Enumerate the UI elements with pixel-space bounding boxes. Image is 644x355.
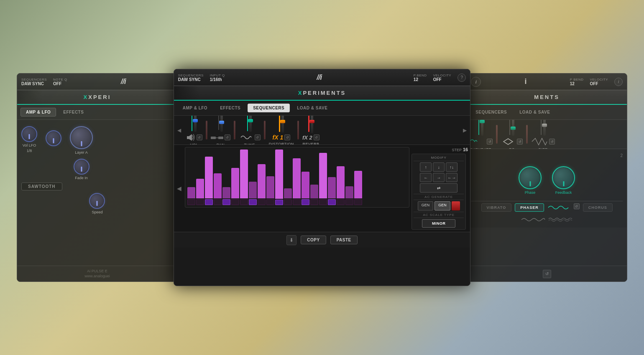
center-pbend-value[interactable]: 12 [414, 77, 427, 82]
vibrato-tab[interactable]: VIBRATO [481, 203, 512, 212]
center-vel-value[interactable]: OFF [433, 77, 452, 82]
scale-minor-btn[interactable]: MINOR [422, 219, 455, 228]
fade-in-label: Fade In [75, 176, 88, 180]
gen-btn[interactable]: GEN [418, 201, 434, 210]
right-pbend-group: P BEND 12 [570, 78, 584, 86]
center-tabs: AMP & LFO EFFECTS SEQUENCERS LOAD & SAVE [174, 101, 470, 116]
tab-sequencers-right[interactable]: SEQUENCERS [470, 108, 512, 117]
distortion-icon: fX 1 [273, 134, 284, 141]
modify-down[interactable]: ↓ [433, 162, 445, 172]
move-left[interactable]: ← [420, 173, 432, 182]
speaker-icon [186, 133, 195, 142]
help-button[interactable]: ? [457, 74, 466, 82]
chorus-tab[interactable]: CHORUS [583, 203, 613, 212]
tab-amp-lfo-left[interactable]: AMP & LFO [20, 108, 56, 117]
modify-up[interactable]: ↑ [420, 162, 432, 172]
effects-left-arrow[interactable]: ◀ [176, 116, 183, 145]
phase-knob-container: Phase [519, 166, 542, 195]
modify-updown[interactable]: ↑↓ [446, 162, 457, 172]
center-inputq-value[interactable]: 1/16th [210, 77, 225, 82]
left-tabs: AMP & LFO EFFECTS [17, 105, 177, 120]
bite-reset[interactable]: ↺ [549, 139, 555, 145]
shuffle-row: ⇄ [414, 183, 464, 193]
right-help-button[interactable]: i [614, 78, 623, 86]
speed-label: Speed [92, 210, 102, 214]
right-panel: i i P BEND 12 VELOCITY OFF i MENTS SEQUE… [466, 73, 627, 282]
divider1 [206, 121, 207, 139]
paste-button[interactable]: PASTE [330, 236, 358, 244]
seq-left-arrow[interactable]: ◀ [176, 147, 183, 230]
shuffle-btn[interactable]: ⇄ [420, 183, 457, 193]
effect-eq: ↺ EQ [501, 120, 523, 149]
pan-reset[interactable]: ↺ [225, 134, 230, 140]
left-title-bar: XXPERI [17, 90, 177, 105]
right-divider2 [526, 125, 528, 144]
waveform-label: SAWTOOTH [21, 183, 62, 190]
svg-marker-1 [189, 134, 192, 141]
tab-sequencers-center[interactable]: SEQUENCERS [248, 104, 290, 112]
speed-knob[interactable] [89, 193, 105, 209]
tab-amp-lfo-center[interactable]: AMP & LFO [177, 104, 213, 112]
center-panel: SEQUENCERS DAW SYNC INPUT Q 1/16th //i P… [174, 69, 470, 286]
saturate-reset[interactable]: ↺ [487, 139, 493, 145]
extra-knob-left[interactable] [46, 130, 61, 146]
left-noteq-value[interactable]: OFF [53, 81, 67, 86]
tab-loadsave-right[interactable]: LOAD & SAVE [514, 108, 555, 117]
tab-loadsave-center[interactable]: LOAD & SAVE [291, 104, 333, 112]
vibrato-display [471, 216, 623, 223]
right-header: i i P BEND 12 VELOCITY OFF i [467, 74, 627, 90]
phase-knob[interactable] [519, 166, 542, 189]
seq-grid [185, 147, 409, 208]
vol-reset[interactable]: ↺ [197, 134, 202, 140]
vol-lfo-knob[interactable] [21, 126, 37, 142]
phaser-wave-display [547, 204, 570, 211]
distortion-reset[interactable]: ↺ [284, 134, 290, 140]
tab-effects-left[interactable]: EFFECTS [58, 108, 89, 117]
effect-vol: ↺ VOL [186, 116, 202, 145]
right-bottom: ↺ [467, 266, 627, 281]
right-title: MENTS [534, 94, 560, 100]
eq-reset[interactable]: ↺ [517, 139, 523, 145]
phaser-reset[interactable]: ↺ [574, 203, 580, 209]
vol-lfo-value: 1/8 [27, 149, 32, 153]
tune-icon [239, 133, 253, 142]
center-inputq-label: INPUT Q [210, 74, 225, 77]
effect-saturate: ↺ SATURATE [469, 120, 493, 149]
right-pbend-value[interactable]: 12 [570, 81, 584, 86]
left-daw-sync[interactable]: DAW SYNC [21, 81, 47, 86]
left-logo-text: //i [121, 77, 126, 86]
move-arrows-row: ← → ←→ [414, 173, 464, 182]
tab-effects-center[interactable]: EFFECTS [215, 104, 246, 112]
gen-active-btn[interactable]: GEN [434, 201, 450, 210]
step-label: STEP [452, 148, 462, 152]
phase-label: Phase [525, 190, 536, 195]
left-bottom: Ai PULSE E www.analoguei [17, 266, 177, 281]
reverb-reset[interactable]: ↺ [314, 134, 319, 140]
move-right[interactable]: → [433, 173, 445, 182]
effects-right-arrow[interactable]: ▶ [461, 116, 468, 145]
center-effects-row: ◀ ↺ VOL [174, 116, 470, 145]
layer-a-knob[interactable] [70, 126, 93, 149]
tune-reset[interactable]: ↺ [255, 134, 261, 140]
vol-lfo-label: Vol LFO [23, 143, 36, 147]
center-daw-sync[interactable]: DAW SYNC [178, 77, 204, 82]
copy-button[interactable]: COPY [301, 236, 326, 244]
feedback-knob[interactable] [552, 166, 575, 189]
right-divider1 [496, 125, 498, 144]
right-bottom-icon[interactable]: ↺ [543, 270, 551, 278]
modify-title: MODIFY [414, 156, 464, 161]
right-logo-icon: i [471, 77, 481, 87]
phaser-tab[interactable]: PHASER [515, 203, 544, 212]
bite-wave-icon [531, 137, 548, 146]
right-vel-value[interactable]: OFF [590, 81, 608, 86]
center-seq-group: SEQUENCERS DAW SYNC [178, 74, 204, 82]
center-seq-label: SEQUENCERS [178, 74, 204, 77]
move-leftright[interactable]: ←→ [446, 173, 457, 182]
fade-in-knob[interactable] [74, 159, 89, 175]
export-icon[interactable]: ⬇ [286, 235, 296, 245]
layer-a-label: Layer A [75, 150, 88, 155]
center-pbend-group: P.BEND 12 [414, 74, 427, 82]
sequencer-main: ◀ [174, 145, 470, 232]
right-placeholder-label: 2 [620, 153, 623, 158]
left-header: SEQUENCERS DAW SYNC NOTE Q OFF //i [17, 74, 177, 90]
